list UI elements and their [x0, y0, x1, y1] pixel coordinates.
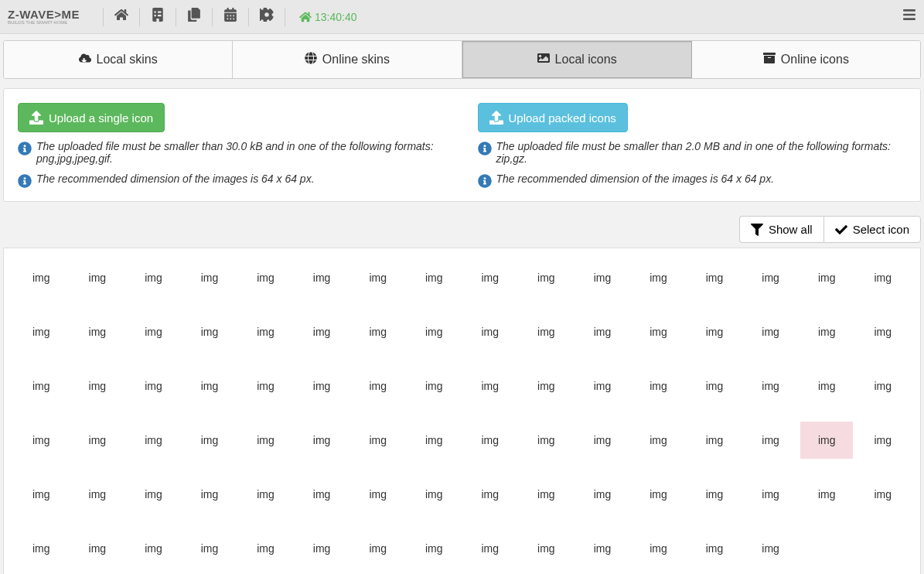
icon-thumb[interactable]: img — [632, 259, 685, 296]
icon-thumb[interactable]: img — [632, 530, 685, 567]
building-icon[interactable] — [151, 8, 165, 26]
icon-thumb[interactable]: img — [744, 367, 797, 405]
icon-thumb[interactable]: img — [71, 476, 124, 513]
upload-packed-button[interactable]: Upload packed icons — [478, 103, 628, 132]
icon-thumb[interactable]: img — [183, 313, 237, 350]
icon-thumb[interactable]: img — [576, 476, 629, 513]
icon-thumb[interactable]: img — [127, 476, 180, 513]
show-all-button[interactable]: Show all — [739, 216, 823, 243]
icon-thumb[interactable]: img — [127, 530, 180, 567]
icon-thumb[interactable]: img — [407, 422, 461, 459]
icon-thumb[interactable]: img — [295, 422, 349, 459]
icon-thumb[interactable]: img — [464, 476, 517, 513]
icon-thumb[interactable]: img — [15, 476, 68, 513]
icon-thumb[interactable]: img — [576, 259, 629, 296]
icon-thumb[interactable]: img — [688, 259, 742, 296]
icon-thumb[interactable]: img — [351, 476, 404, 513]
icon-thumb[interactable]: img — [576, 313, 629, 350]
icon-thumb[interactable]: img — [127, 367, 180, 405]
icon-thumb[interactable]: img — [15, 530, 68, 567]
icon-thumb[interactable]: img — [407, 259, 461, 296]
icon-thumb[interactable]: img — [295, 259, 349, 296]
icon-thumb[interactable]: img — [183, 476, 237, 513]
icon-thumb[interactable]: img — [407, 530, 461, 567]
icon-thumb[interactable]: img — [856, 367, 909, 405]
icon-thumb[interactable]: img — [407, 476, 461, 513]
icon-thumb[interactable]: img — [520, 476, 573, 513]
icon-thumb[interactable]: img — [576, 422, 629, 459]
icon-thumb[interactable]: img — [800, 422, 854, 459]
icon-thumb[interactable]: img — [800, 259, 854, 296]
icon-thumb[interactable]: img — [632, 476, 685, 513]
icon-thumb[interactable]: img — [351, 367, 404, 405]
icon-thumb[interactable]: img — [127, 422, 180, 459]
icon-thumb[interactable]: img — [239, 476, 292, 513]
icon-thumb[interactable]: img — [800, 476, 854, 513]
icon-thumb[interactable]: img — [183, 530, 237, 567]
icon-thumb[interactable]: img — [688, 530, 742, 567]
icon-thumb[interactable]: img — [183, 259, 237, 296]
upload-single-button[interactable]: Upload a single icon — [18, 103, 165, 132]
icon-thumb[interactable]: img — [744, 313, 797, 350]
icon-thumb[interactable]: img — [688, 476, 742, 513]
icon-thumb[interactable]: img — [295, 367, 349, 405]
icon-thumb[interactable]: img — [351, 530, 404, 567]
icon-thumb[interactable]: img — [520, 422, 573, 459]
icon-thumb[interactable]: img — [856, 422, 909, 459]
icon-thumb[interactable]: img — [351, 259, 404, 296]
icon-thumb[interactable]: img — [71, 530, 124, 567]
icon-thumb[interactable]: img — [127, 259, 180, 296]
icon-thumb[interactable]: img — [239, 530, 292, 567]
icon-thumb[interactable]: img — [183, 422, 237, 459]
icon-thumb[interactable]: img — [856, 259, 909, 296]
icon-thumb[interactable]: img — [464, 313, 517, 350]
icon-thumb[interactable]: img — [295, 476, 349, 513]
tab-online-skins[interactable]: Online skins — [233, 41, 462, 78]
icon-thumb[interactable]: img — [688, 422, 742, 459]
icon-thumb[interactable]: img — [407, 367, 461, 405]
icon-thumb[interactable]: img — [576, 367, 629, 405]
icon-thumb[interactable]: img — [632, 367, 685, 405]
select-icon-button[interactable]: Select icon — [823, 216, 921, 243]
icon-thumb[interactable]: img — [520, 530, 573, 567]
tab-local-icons[interactable]: Local icons — [462, 41, 692, 78]
icon-thumb[interactable]: img — [351, 422, 404, 459]
icon-thumb[interactable]: img — [183, 367, 237, 405]
icon-thumb[interactable]: img — [239, 367, 292, 405]
icon-thumb[interactable]: img — [15, 422, 68, 459]
icon-thumb[interactable]: img — [744, 530, 797, 567]
tab-local-skins[interactable]: Local skins — [4, 41, 233, 78]
icon-thumb[interactable]: img — [744, 476, 797, 513]
icon-thumb[interactable]: img — [464, 259, 517, 296]
icon-thumb[interactable]: img — [576, 530, 629, 567]
tab-online-icons[interactable]: Online icons — [692, 41, 920, 78]
calendar-icon[interactable] — [223, 8, 237, 26]
icon-thumb[interactable]: img — [464, 530, 517, 567]
icon-thumb[interactable]: img — [71, 367, 124, 405]
icon-thumb[interactable]: img — [71, 313, 124, 350]
icon-thumb[interactable]: img — [856, 313, 909, 350]
icon-thumb[interactable]: img — [239, 313, 292, 350]
icon-thumb[interactable]: img — [127, 313, 180, 350]
icon-thumb[interactable]: img — [71, 259, 124, 296]
icon-thumb[interactable]: img — [688, 367, 742, 405]
icon-thumb[interactable]: img — [688, 313, 742, 350]
icon-thumb[interactable]: img — [464, 367, 517, 405]
icon-thumb[interactable]: img — [351, 313, 404, 350]
icon-thumb[interactable]: img — [744, 422, 797, 459]
icon-thumb[interactable]: img — [800, 367, 854, 405]
icon-thumb[interactable]: img — [15, 313, 68, 350]
icon-thumb[interactable]: img — [520, 313, 573, 350]
icon-thumb[interactable]: img — [632, 313, 685, 350]
icon-thumb[interactable]: img — [239, 259, 292, 296]
hamburger-icon[interactable] — [902, 8, 916, 26]
icon-thumb[interactable]: img — [520, 367, 573, 405]
gear-icon[interactable] — [260, 8, 274, 26]
icon-thumb[interactable]: img — [800, 313, 854, 350]
icon-thumb[interactable]: img — [632, 422, 685, 459]
icon-thumb[interactable]: img — [295, 313, 349, 350]
icon-thumb[interactable]: img — [520, 259, 573, 296]
icon-thumb[interactable]: img — [856, 476, 909, 513]
icon-thumb[interactable]: img — [239, 422, 292, 459]
icon-thumb[interactable]: img — [15, 259, 68, 296]
